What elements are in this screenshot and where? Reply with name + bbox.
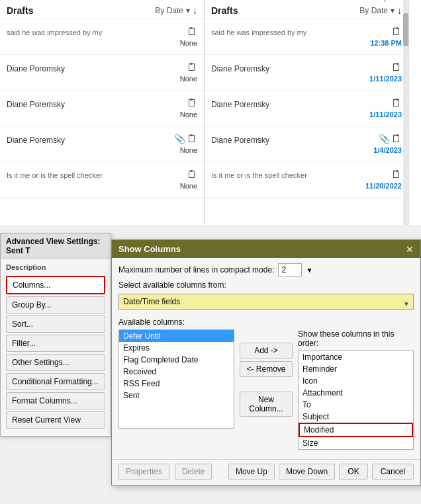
email-preview: Is it me or is the spell checker <box>7 169 103 190</box>
list-item[interactable]: Diane Poremsky 📎 🗒 None <box>0 126 204 162</box>
date-time-dropdown-wrapper[interactable]: Date/Time fields <box>118 294 414 314</box>
filter-button[interactable]: Filter... <box>6 335 105 352</box>
columns-layout: Defer Until Expires Flag Completed Date … <box>118 329 414 450</box>
select-from-label: Select available columns from: <box>118 280 226 290</box>
list-item[interactable]: Diane Poremsky 🗒 1/11/2023 <box>205 55 408 91</box>
select-from-row: Select available columns from: <box>118 280 414 290</box>
compact-dropdown-icon[interactable]: ▼ <box>306 267 312 274</box>
move-up-button[interactable]: Move Up <box>228 464 275 480</box>
format-columns-button[interactable]: Format Columns... <box>6 392 105 409</box>
list-item[interactable]: Attachment <box>299 387 413 399</box>
paperclip-icon: 📎 <box>379 134 390 144</box>
email-sender: Diane Poremsky <box>211 97 269 118</box>
email-preview: Is it me or is the spell checker <box>211 169 307 190</box>
sort-arrow-icon[interactable]: ↓ <box>193 5 197 16</box>
advanced-view-dialog: Advanced View Settings: Sent T Descripti… <box>0 233 111 437</box>
chevron-down-icon[interactable]: ▾ <box>391 6 395 15</box>
left-panel-sort[interactable]: By Date ▾ ↓ <box>155 5 197 16</box>
email-preview: said he was impressed by my <box>7 26 102 36</box>
list-item[interactable]: said he was impressed by my 🗒 None <box>0 19 204 55</box>
doc-icon: 🗒 <box>187 169 197 181</box>
doc-icon: 🗒 <box>187 133 197 145</box>
advanced-dialog-title: Advanced View Settings: Sent T <box>1 233 111 259</box>
list-item[interactable]: Icon <box>299 375 413 387</box>
sort-button[interactable]: Sort... <box>6 315 105 333</box>
email-sender: Diane Poremsky <box>211 133 269 154</box>
left-sort-label: By Date <box>155 6 183 15</box>
available-columns-label: Available columns: <box>118 317 414 327</box>
right-panel-sort[interactable]: By Date ▾ ↓ <box>359 5 402 16</box>
list-item[interactable]: Diane Poremsky 🗒 None <box>0 55 204 91</box>
show-columns-body: Maximum number of lines in compact mode:… <box>112 258 420 459</box>
none-label: None <box>180 110 197 118</box>
other-settings-button[interactable]: Other Settings... <box>6 354 105 371</box>
list-item[interactable]: Importance <box>299 351 413 363</box>
show-columns-title-bar: Show Columns ✕ <box>112 240 420 258</box>
available-columns-panel: Defer Until Expires Flag Completed Date … <box>118 329 234 450</box>
properties-button[interactable]: Properties <box>118 464 169 480</box>
left-panel-header: Drafts By Date ▾ ↓ <box>0 0 204 19</box>
left-email-panel: Drafts By Date ▾ ↓ said he was impressed… <box>0 0 205 225</box>
modified-list-item[interactable]: Modified <box>299 423 413 437</box>
show-columns-order-label: Show these columns in this order: <box>298 329 414 348</box>
email-date: 1/11/2023 <box>369 110 402 118</box>
email-sender: Diane Poremsky <box>211 62 269 83</box>
right-sort-label: By Date <box>359 6 388 15</box>
list-item[interactable]: To <box>299 399 413 411</box>
show-columns-listbox[interactable]: Importance Reminder Icon Attachment To S… <box>298 351 414 450</box>
add-button[interactable]: Add -> <box>240 343 293 358</box>
columns-button[interactable]: Columns... <box>6 276 105 294</box>
max-lines-input[interactable] <box>278 263 302 276</box>
list-item[interactable]: Diane Poremsky 🗒 None <box>0 91 204 126</box>
show-columns-footer: Properties Delete Move Up Move Down OK C… <box>112 459 420 485</box>
add-remove-buttons: Add -> <- Remove New Column... <box>240 329 293 450</box>
chevron-down-icon[interactable]: ▾ <box>186 6 190 15</box>
email-preview: said he was impressed by my <box>211 26 306 47</box>
doc-icon: 🗒 <box>391 26 402 38</box>
footer-right-buttons: Move Up Move Down OK Cancel <box>228 464 414 480</box>
list-item[interactable]: Reminder <box>299 363 413 375</box>
doc-icon: 🗒 <box>391 62 402 73</box>
conditional-formatting-button[interactable]: Conditional Formatting... <box>6 373 105 390</box>
remove-button[interactable]: <- Remove <box>240 361 293 377</box>
list-item[interactable]: Is it me or is the spell checker 🗒 None <box>0 162 204 198</box>
list-item[interactable]: Flag Completed Date <box>119 354 234 366</box>
list-item[interactable]: Size <box>299 437 413 449</box>
list-item[interactable]: Defer Until <box>119 330 234 342</box>
show-columns-dialog: Show Columns ✕ Maximum number of lines i… <box>111 239 421 485</box>
doc-icon: 🗒 <box>391 133 402 145</box>
list-item[interactable]: Diane Poremsky 🗒 1/11/2023 <box>205 91 408 126</box>
delete-button[interactable]: Delete <box>175 464 212 480</box>
none-label: None <box>180 146 197 154</box>
list-item[interactable]: Sent <box>119 390 234 401</box>
right-panel-title: Drafts <box>211 5 238 16</box>
cancel-button[interactable]: Cancel <box>372 464 414 480</box>
list-item[interactable]: Diane Poremsky 📎 🗒 1/4/2023 <box>205 126 408 162</box>
reset-view-button[interactable]: Reset Current View <box>6 411 105 429</box>
list-item[interactable]: Categories <box>299 449 413 450</box>
none-label: None <box>180 75 197 83</box>
email-sender: Diane Poremsky <box>7 97 65 118</box>
none-label: None <box>180 39 197 47</box>
right-email-panel: Drafts By Date ▾ ↓ said he was impressed… <box>205 0 409 225</box>
list-item[interactable]: RSS Feed <box>119 378 234 390</box>
list-item[interactable]: Expires <box>119 342 234 354</box>
sort-arrow-icon[interactable]: ↓ <box>397 5 402 16</box>
list-item[interactable]: said he was impressed by my 🗒 12:38 PM <box>205 19 408 55</box>
advanced-dialog-description: Description <box>1 259 111 274</box>
email-date: 12:38 PM <box>370 39 402 47</box>
max-lines-label: Maximum number of lines in compact mode: <box>118 265 274 274</box>
date-time-dropdown[interactable]: Date/Time fields <box>118 294 414 310</box>
right-panel-header: Drafts By Date ▾ ↓ <box>205 0 408 19</box>
new-column-button[interactable]: New Column... <box>240 392 293 417</box>
available-columns-listbox[interactable]: Defer Until Expires Flag Completed Date … <box>118 329 234 429</box>
close-button[interactable]: ✕ <box>406 245 414 254</box>
list-item[interactable]: Subject <box>299 411 413 423</box>
list-item[interactable]: Is it me or is the spell checker 🗒 11/20… <box>205 162 408 198</box>
group-by-button[interactable]: Group By... <box>6 296 105 314</box>
move-down-button[interactable]: Move Down <box>279 464 335 480</box>
email-sender: Diane Poremsky <box>7 62 65 83</box>
list-item[interactable]: Received <box>119 366 234 378</box>
doc-icon: 🗒 <box>391 97 402 109</box>
ok-button[interactable]: OK <box>339 464 367 480</box>
